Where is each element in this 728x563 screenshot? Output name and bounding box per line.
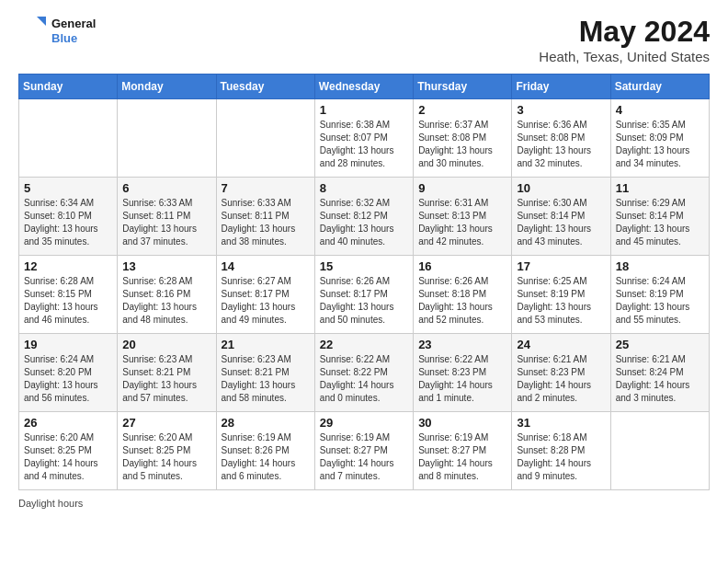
day-info: Sunrise: 6:19 AM Sunset: 8:27 PM Dayligh… bbox=[320, 431, 408, 483]
day-cell: 2Sunrise: 6:37 AM Sunset: 8:08 PM Daylig… bbox=[414, 99, 512, 178]
day-info: Sunrise: 6:33 AM Sunset: 8:11 PM Dayligh… bbox=[122, 197, 210, 248]
day-info: Sunrise: 6:32 AM Sunset: 8:12 PM Dayligh… bbox=[320, 197, 408, 248]
day-number: 19 bbox=[24, 338, 112, 351]
day-cell: 16Sunrise: 6:26 AM Sunset: 8:18 PM Dayli… bbox=[414, 256, 512, 334]
day-info: Sunrise: 6:26 AM Sunset: 8:17 PM Dayligh… bbox=[320, 275, 408, 327]
day-cell: 1Sunrise: 6:38 AM Sunset: 8:07 PM Daylig… bbox=[314, 99, 413, 178]
day-cell: 9Sunrise: 6:31 AM Sunset: 8:13 PM Daylig… bbox=[414, 178, 512, 256]
day-cell: 5Sunrise: 6:34 AM Sunset: 8:10 PM Daylig… bbox=[19, 178, 118, 256]
day-number: 27 bbox=[122, 416, 210, 430]
day-cell: 21Sunrise: 6:23 AM Sunset: 8:21 PM Dayli… bbox=[216, 334, 314, 412]
day-number: 1 bbox=[320, 103, 408, 117]
day-info: Sunrise: 6:30 AM Sunset: 8:14 PM Dayligh… bbox=[517, 197, 605, 248]
day-cell: 26Sunrise: 6:20 AM Sunset: 8:25 PM Dayli… bbox=[19, 412, 118, 490]
day-cell bbox=[19, 99, 118, 178]
week-row-4: 19Sunrise: 6:24 AM Sunset: 8:20 PM Dayli… bbox=[19, 334, 710, 412]
day-number: 11 bbox=[616, 181, 704, 195]
day-number: 23 bbox=[418, 338, 506, 351]
day-number: 14 bbox=[222, 259, 310, 273]
logo-blue-text: Blue bbox=[51, 31, 96, 46]
footer: Daylight hours bbox=[18, 498, 710, 509]
day-number: 20 bbox=[122, 338, 210, 351]
day-cell: 11Sunrise: 6:29 AM Sunset: 8:14 PM Dayli… bbox=[610, 178, 709, 256]
main-title: May 2024 bbox=[539, 15, 710, 49]
column-header-friday: Friday bbox=[512, 75, 610, 99]
day-number: 10 bbox=[517, 181, 605, 195]
day-number: 8 bbox=[320, 181, 408, 195]
day-cell bbox=[216, 99, 314, 178]
day-number: 28 bbox=[222, 416, 310, 430]
day-number: 21 bbox=[222, 338, 310, 351]
day-info: Sunrise: 6:21 AM Sunset: 8:23 PM Dayligh… bbox=[517, 353, 605, 405]
day-info: Sunrise: 6:37 AM Sunset: 8:08 PM Dayligh… bbox=[418, 119, 506, 170]
day-cell: 19Sunrise: 6:24 AM Sunset: 8:20 PM Dayli… bbox=[19, 334, 118, 412]
day-info: Sunrise: 6:27 AM Sunset: 8:17 PM Dayligh… bbox=[222, 275, 310, 327]
day-info: Sunrise: 6:34 AM Sunset: 8:10 PM Dayligh… bbox=[24, 197, 112, 248]
column-header-saturday: Saturday bbox=[610, 75, 709, 99]
day-info: Sunrise: 6:18 AM Sunset: 8:28 PM Dayligh… bbox=[517, 431, 605, 483]
day-number: 24 bbox=[517, 338, 605, 351]
calendar-table: SundayMondayTuesdayWednesdayThursdayFrid… bbox=[18, 74, 710, 490]
column-header-wednesday: Wednesday bbox=[314, 75, 413, 99]
day-cell: 12Sunrise: 6:28 AM Sunset: 8:15 PM Dayli… bbox=[19, 256, 118, 334]
day-info: Sunrise: 6:38 AM Sunset: 8:07 PM Dayligh… bbox=[320, 119, 408, 170]
day-cell: 15Sunrise: 6:26 AM Sunset: 8:17 PM Dayli… bbox=[314, 256, 413, 334]
page: General Blue May 2024 Heath, Texas, Unit… bbox=[0, 0, 728, 563]
day-number: 3 bbox=[517, 103, 605, 117]
day-cell: 4Sunrise: 6:35 AM Sunset: 8:09 PM Daylig… bbox=[610, 99, 709, 178]
week-row-2: 5Sunrise: 6:34 AM Sunset: 8:10 PM Daylig… bbox=[19, 178, 710, 256]
day-cell: 8Sunrise: 6:32 AM Sunset: 8:12 PM Daylig… bbox=[314, 178, 413, 256]
day-cell: 7Sunrise: 6:33 AM Sunset: 8:11 PM Daylig… bbox=[216, 178, 314, 256]
logo: General Blue bbox=[18, 15, 96, 48]
day-info: Sunrise: 6:24 AM Sunset: 8:20 PM Dayligh… bbox=[24, 353, 112, 405]
logo-svg bbox=[18, 15, 48, 48]
day-info: Sunrise: 6:25 AM Sunset: 8:19 PM Dayligh… bbox=[517, 275, 605, 327]
day-info: Sunrise: 6:19 AM Sunset: 8:26 PM Dayligh… bbox=[222, 431, 310, 483]
day-cell: 14Sunrise: 6:27 AM Sunset: 8:17 PM Dayli… bbox=[216, 256, 314, 334]
week-row-3: 12Sunrise: 6:28 AM Sunset: 8:15 PM Dayli… bbox=[19, 256, 710, 334]
day-cell: 6Sunrise: 6:33 AM Sunset: 8:11 PM Daylig… bbox=[118, 178, 216, 256]
day-info: Sunrise: 6:23 AM Sunset: 8:21 PM Dayligh… bbox=[122, 353, 210, 405]
day-number: 30 bbox=[418, 416, 506, 430]
day-number: 25 bbox=[616, 338, 704, 351]
daylight-hours-label: Daylight hours bbox=[18, 498, 83, 509]
logo-general-text: General bbox=[51, 17, 96, 31]
day-info: Sunrise: 6:31 AM Sunset: 8:13 PM Dayligh… bbox=[418, 197, 506, 248]
day-number: 18 bbox=[616, 259, 704, 273]
title-block: May 2024 Heath, Texas, United States bbox=[539, 15, 710, 64]
svg-marker-1 bbox=[37, 17, 46, 26]
day-cell bbox=[610, 412, 709, 490]
day-number: 26 bbox=[24, 416, 112, 430]
column-header-thursday: Thursday bbox=[414, 75, 512, 99]
column-header-sunday: Sunday bbox=[19, 75, 118, 99]
day-cell: 24Sunrise: 6:21 AM Sunset: 8:23 PM Dayli… bbox=[512, 334, 610, 412]
day-info: Sunrise: 6:22 AM Sunset: 8:23 PM Dayligh… bbox=[418, 353, 506, 405]
day-info: Sunrise: 6:29 AM Sunset: 8:14 PM Dayligh… bbox=[616, 197, 704, 248]
day-info: Sunrise: 6:21 AM Sunset: 8:24 PM Dayligh… bbox=[616, 353, 704, 405]
week-row-1: 1Sunrise: 6:38 AM Sunset: 8:07 PM Daylig… bbox=[19, 99, 710, 178]
day-number: 9 bbox=[418, 181, 506, 195]
header-row: SundayMondayTuesdayWednesdayThursdayFrid… bbox=[19, 75, 710, 99]
day-cell: 31Sunrise: 6:18 AM Sunset: 8:28 PM Dayli… bbox=[512, 412, 610, 490]
subtitle: Heath, Texas, United States bbox=[539, 49, 710, 64]
day-info: Sunrise: 6:26 AM Sunset: 8:18 PM Dayligh… bbox=[418, 275, 506, 327]
day-cell: 29Sunrise: 6:19 AM Sunset: 8:27 PM Dayli… bbox=[314, 412, 413, 490]
header: General Blue May 2024 Heath, Texas, Unit… bbox=[18, 15, 710, 64]
day-number: 7 bbox=[222, 181, 310, 195]
day-number: 22 bbox=[320, 338, 408, 351]
day-cell: 18Sunrise: 6:24 AM Sunset: 8:19 PM Dayli… bbox=[610, 256, 709, 334]
day-number: 29 bbox=[320, 416, 408, 430]
day-cell: 22Sunrise: 6:22 AM Sunset: 8:22 PM Dayli… bbox=[314, 334, 413, 412]
day-cell: 20Sunrise: 6:23 AM Sunset: 8:21 PM Dayli… bbox=[118, 334, 216, 412]
day-number: 15 bbox=[320, 259, 408, 273]
day-cell: 3Sunrise: 6:36 AM Sunset: 8:08 PM Daylig… bbox=[512, 99, 610, 178]
day-info: Sunrise: 6:28 AM Sunset: 8:16 PM Dayligh… bbox=[122, 275, 210, 327]
day-cell: 30Sunrise: 6:19 AM Sunset: 8:27 PM Dayli… bbox=[414, 412, 512, 490]
day-cell: 25Sunrise: 6:21 AM Sunset: 8:24 PM Dayli… bbox=[610, 334, 709, 412]
day-number: 16 bbox=[418, 259, 506, 273]
day-cell: 10Sunrise: 6:30 AM Sunset: 8:14 PM Dayli… bbox=[512, 178, 610, 256]
day-number: 17 bbox=[517, 259, 605, 273]
day-info: Sunrise: 6:20 AM Sunset: 8:25 PM Dayligh… bbox=[122, 431, 210, 483]
week-row-5: 26Sunrise: 6:20 AM Sunset: 8:25 PM Dayli… bbox=[19, 412, 710, 490]
day-number: 13 bbox=[122, 259, 210, 273]
